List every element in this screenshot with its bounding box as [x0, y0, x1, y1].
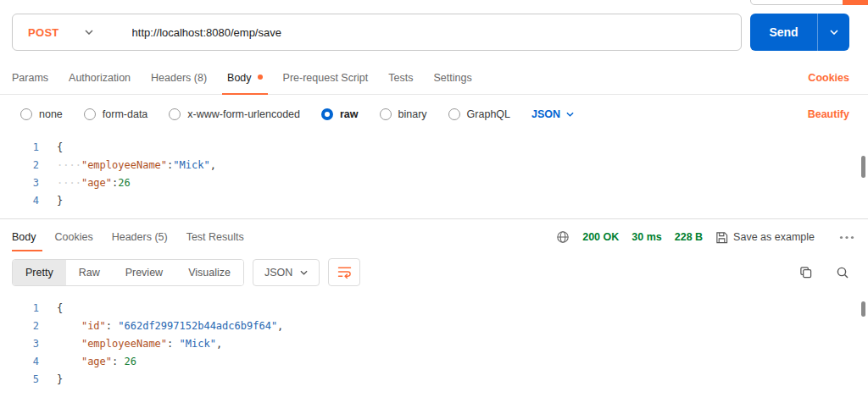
tab-tests[interactable]: Tests	[378, 61, 423, 94]
body-type-binary[interactable]: binary	[380, 108, 427, 120]
code-text: "age": 26	[39, 353, 136, 371]
response-header: Body Cookies Headers (5) Test Results 20…	[0, 219, 868, 255]
scrollbar-thumb[interactable]	[861, 301, 865, 317]
beautify-label: Beautify	[808, 108, 849, 120]
line-number: 2	[0, 157, 39, 174]
line-number: 1	[0, 139, 39, 157]
option-label: binary	[398, 108, 427, 120]
line-number: 2	[0, 317, 39, 335]
save-as-example-button[interactable]: Save as example	[715, 231, 815, 244]
code-text: }	[39, 371, 63, 389]
code-line: 1{	[0, 139, 868, 157]
cropped-accent-bar	[843, 0, 868, 5]
save-icon	[715, 231, 728, 244]
body-type-row: none form-data x-www-form-urlencoded raw…	[0, 95, 868, 134]
view-raw-button[interactable]: Raw	[66, 260, 113, 285]
cookies-link[interactable]: Cookies	[808, 61, 849, 94]
radio-icon	[448, 108, 460, 120]
view-visualize-button[interactable]: Visualize	[175, 260, 243, 285]
code-text: }	[39, 192, 63, 210]
line-number: 4	[0, 192, 39, 210]
language-label: JSON	[531, 108, 560, 120]
wrap-lines-button[interactable]	[328, 258, 360, 286]
tab-settings[interactable]: Settings	[423, 61, 481, 94]
chevron-down-icon	[566, 112, 574, 117]
tab-label: Body	[227, 72, 252, 84]
tab-label: Params	[12, 72, 48, 84]
tab-label: Headers (5)	[112, 231, 168, 243]
response-tab-body[interactable]: Body	[12, 219, 46, 255]
radio-icon	[380, 108, 392, 120]
chevron-down-icon	[85, 30, 93, 35]
option-label: none	[39, 108, 63, 120]
tab-label: Test Results	[186, 231, 244, 243]
more-options-icon[interactable]	[839, 235, 854, 240]
code-text: "id": "662df2997152b44adc6b9f64",	[39, 317, 283, 335]
tab-label: Cookies	[55, 231, 93, 243]
code-text: {	[39, 139, 63, 157]
response-view-group: Pretty Raw Preview Visualize	[12, 259, 244, 286]
search-icon[interactable]	[836, 266, 849, 279]
code-text: ····"employeeName":"Mick",	[39, 157, 216, 174]
method-select[interactable]: POST	[13, 14, 108, 50]
spacer	[482, 61, 809, 94]
response-tab-test-results[interactable]: Test Results	[177, 219, 253, 255]
body-type-graphql[interactable]: GraphQL	[448, 108, 510, 120]
send-dropdown-button[interactable]	[817, 14, 849, 51]
response-toolbar: Pretty Raw Preview Visualize JSON	[0, 255, 868, 295]
option-label: raw	[340, 108, 359, 120]
beautify-link[interactable]: Beautify	[808, 108, 849, 120]
tab-headers[interactable]: Headers (8)	[141, 61, 217, 94]
body-type-form-data[interactable]: form-data	[84, 108, 148, 120]
tab-label: Authorization	[69, 72, 131, 84]
response-language-select[interactable]: JSON	[253, 259, 320, 286]
tab-label: Settings	[433, 72, 471, 84]
view-pretty-button[interactable]: Pretty	[13, 260, 66, 285]
tab-label: Headers (8)	[151, 72, 207, 84]
tab-label: Pre-request Script	[283, 72, 369, 84]
tab-authorization[interactable]: Authorization	[58, 61, 141, 94]
raw-language-select[interactable]: JSON	[531, 108, 574, 120]
line-number: 1	[0, 300, 39, 317]
radio-icon	[20, 108, 32, 120]
top-cropped-strip	[0, 0, 868, 7]
response-toolbar-right	[799, 266, 849, 279]
send-button-group: Send	[750, 14, 849, 51]
view-preview-button[interactable]: Preview	[113, 260, 175, 285]
code-text: {	[39, 300, 63, 317]
body-type-raw[interactable]: raw	[321, 108, 359, 120]
code-line: 5}	[0, 371, 868, 389]
chevron-down-icon	[830, 30, 838, 35]
code-text: ····"age":26	[39, 174, 131, 192]
response-body-editor[interactable]: 1{ 2 "id": "662df2997152b44adc6b9f64", 3…	[0, 295, 868, 402]
scrollbar-thumb[interactable]	[861, 156, 865, 178]
response-time: 30 ms	[632, 231, 661, 243]
send-button[interactable]: Send	[750, 14, 817, 51]
response-tab-headers[interactable]: Headers (5)	[103, 219, 177, 255]
cookies-label: Cookies	[808, 72, 849, 84]
cropped-button	[750, 0, 849, 5]
tab-params[interactable]: Params	[12, 61, 58, 94]
code-line: 4 "age": 26	[0, 353, 868, 371]
code-line: 3 "employeeName": "Mick",	[0, 335, 868, 353]
network-globe-icon[interactable]	[556, 230, 570, 244]
status-badge: 200 OK	[582, 231, 619, 243]
chevron-down-icon	[300, 270, 308, 275]
radio-icon	[84, 108, 96, 120]
line-number: 4	[0, 353, 39, 371]
code-line: 1{	[0, 300, 868, 317]
tab-pre-request-script[interactable]: Pre-request Script	[273, 61, 379, 94]
copy-icon[interactable]	[799, 266, 812, 279]
response-meta: 200 OK 30 ms 228 B Save as example	[556, 219, 854, 255]
body-type-x-www-form-urlencoded[interactable]: x-www-form-urlencoded	[169, 108, 300, 120]
url-input[interactable]	[108, 26, 741, 39]
option-label: form-data	[103, 108, 148, 120]
tab-body[interactable]: Body	[217, 61, 273, 94]
request-body-editor[interactable]: 1{ 2····"employeeName":"Mick", 3····"age…	[0, 134, 868, 218]
radio-icon	[169, 108, 181, 120]
body-type-none[interactable]: none	[20, 108, 63, 120]
response-tab-cookies[interactable]: Cookies	[46, 219, 103, 255]
code-text: "employeeName": "Mick",	[39, 335, 222, 353]
request-tabs: Params Authorization Headers (8) Body Pr…	[0, 61, 868, 95]
line-number: 5	[0, 371, 39, 389]
